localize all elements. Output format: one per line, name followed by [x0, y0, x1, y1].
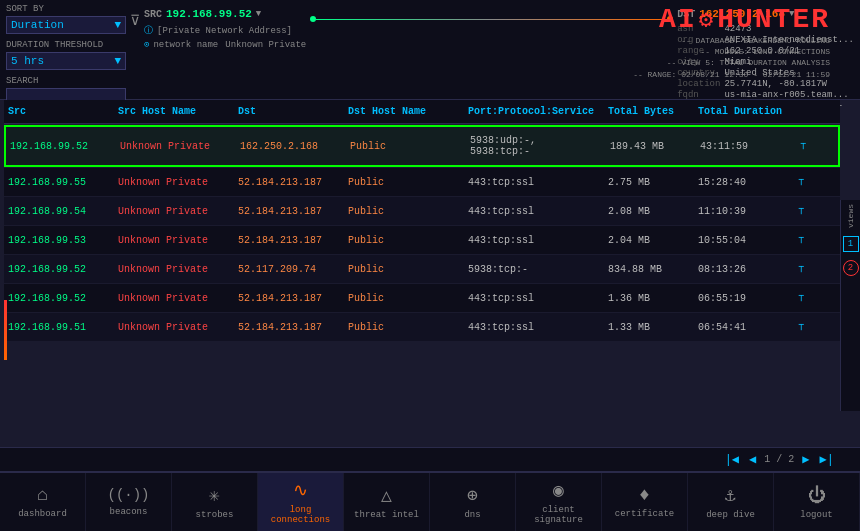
logo-text-1: AI	[659, 4, 697, 35]
nav-client-signature-label: client signature	[518, 505, 599, 525]
table-row[interactable]: 192.168.99.52 Unknown Private 52.117.209…	[4, 255, 840, 284]
bytes-cell: 2.08 MB	[604, 204, 694, 219]
nav-long-connections-label: long connections	[260, 505, 341, 525]
port-cell: 443:tcp:ssl	[464, 204, 604, 219]
row-action[interactable]: ⊤	[794, 174, 814, 190]
src-network-key: network name	[153, 40, 218, 50]
dst-host-cell: Public	[346, 139, 466, 154]
src-ip: 192.168.99.52	[166, 8, 252, 20]
client-signature-icon: ◉	[553, 479, 564, 501]
row-action[interactable]: ⊤	[794, 290, 814, 306]
bytes-cell: 189.43 MB	[606, 139, 696, 154]
long-connections-icon: ∿	[293, 479, 308, 501]
nav-dashboard[interactable]: ⌂ dashboard	[0, 473, 86, 531]
next-page-btn[interactable]: ▶	[800, 452, 811, 467]
port-cell: 5938:tcp:-	[464, 262, 604, 277]
threshold-arrow: ▼	[114, 55, 121, 67]
threat-intel-icon: △	[381, 484, 392, 506]
right-sidebar: views 1 2	[840, 200, 860, 411]
port-cell: 443:tcp:ssl	[464, 175, 604, 190]
view-1[interactable]: 1	[843, 236, 859, 252]
duration-cell: 15:28:40	[694, 175, 794, 190]
src-block: SRC 192.168.99.52 ▼ ⓘ [Private Network A…	[144, 8, 306, 52]
db-info-3: -- VIEW 5: TOTAL DURATION ANALYSIS	[633, 57, 830, 68]
dst-cell: 52.184.213.187	[234, 233, 344, 248]
certificate-icon: ♦	[639, 485, 650, 505]
col-duration: Total Duration	[694, 104, 794, 119]
indicator-bar	[4, 300, 7, 360]
duration-cell: 43:11:59	[696, 139, 796, 154]
src-host-cell: Unknown Private	[114, 175, 234, 190]
db-info-1: -- DATABASE: BEAKERDEMO-ROLLING	[633, 35, 830, 46]
src-cell: 192.168.99.53	[4, 233, 114, 248]
threshold-label: DURATION THRESHOLD	[6, 40, 126, 50]
strobes-icon: ✳	[209, 484, 220, 506]
duration-cell: 06:55:19	[694, 291, 794, 306]
nav-dns[interactable]: ⊕ dns	[430, 473, 516, 531]
dst-host-cell: Public	[344, 175, 464, 190]
bytes-cell: 834.88 MB	[604, 262, 694, 277]
col-src: Src	[4, 104, 114, 119]
filter-icon[interactable]: ⊽	[130, 12, 140, 29]
table-row[interactable]: 192.168.99.51 Unknown Private 52.184.213…	[4, 313, 840, 342]
nav-long-connections[interactable]: ∿ long connections	[258, 473, 344, 531]
sort-arrow: ▼	[114, 19, 121, 31]
prev-page-btn[interactable]: ◀	[747, 452, 758, 467]
src-dropdown[interactable]: ▼	[256, 9, 261, 19]
duration-cell: 08:13:26	[694, 262, 794, 277]
row-action[interactable]: ⊤	[794, 232, 814, 248]
table-row[interactable]: 192.168.99.54 Unknown Private 52.184.213…	[4, 197, 840, 226]
bytes-cell: 2.75 MB	[604, 175, 694, 190]
table-body: 192.168.99.52 Unknown Private 162.250.2.…	[4, 125, 840, 342]
row-action[interactable]: ⊤	[794, 319, 814, 335]
dns-icon: ⊕	[467, 484, 478, 506]
threshold-val: 5 hrs	[11, 55, 44, 67]
row-action[interactable]: ⊤	[794, 203, 814, 219]
src-private-label: [Private Network Address]	[157, 26, 292, 36]
nav-beacons[interactable]: ((·)) beacons	[86, 473, 172, 531]
col-dst-host: Dst Host Name	[344, 104, 464, 119]
dst-cell: 162.250.2.168	[236, 139, 346, 154]
logo-area: AI ⚙ HUNTER -- DATABASE: BEAKERDEMO-ROLL…	[633, 4, 830, 80]
table-header: Src Src Host Name Dst Dst Host Name Port…	[4, 100, 840, 124]
table-row[interactable]: 192.168.99.53 Unknown Private 52.184.213…	[4, 226, 840, 255]
nav-strobes[interactable]: ✳ strobes	[172, 473, 258, 531]
search-label: SEARCH	[6, 76, 126, 86]
first-page-btn[interactable]: |◀	[723, 452, 741, 467]
table-row[interactable]: 192.168.99.52 Unknown Private 162.250.2.…	[4, 125, 840, 167]
gear-icon: ⚙	[699, 5, 715, 34]
nav-strobes-label: strobes	[196, 510, 234, 520]
row-action[interactable]: ⊤	[796, 138, 816, 154]
connector	[310, 8, 673, 22]
nav-threat-intel[interactable]: △ threat intel	[344, 473, 430, 531]
db-info-2: -- MODULE: LONG CONNECTIONS	[633, 46, 830, 57]
connection-line	[316, 19, 667, 20]
threshold-value[interactable]: 5 hrs ▼	[6, 52, 126, 70]
dst-host-cell: Public	[344, 233, 464, 248]
sort-dropdown[interactable]: Duration ▼	[6, 16, 126, 34]
nav-client-signature[interactable]: ◉ client signature	[516, 473, 602, 531]
table-row[interactable]: 192.168.99.55 Unknown Private 52.184.213…	[4, 168, 840, 197]
src-cell: 192.168.99.52	[4, 291, 114, 306]
col-dst: Dst	[234, 104, 344, 119]
row-action[interactable]: ⊤	[794, 261, 814, 277]
src-host-cell: Unknown Private	[114, 291, 234, 306]
nav-logout[interactable]: ⏻ logout	[774, 473, 860, 531]
table-row[interactable]: 192.168.99.52 Unknown Private 52.184.213…	[4, 284, 840, 313]
nav-deep-dive[interactable]: ⚓ deep dive	[688, 473, 774, 531]
nav-beacons-label: beacons	[110, 507, 148, 517]
dst-cell: 52.117.209.74	[234, 262, 344, 277]
nav-certificate[interactable]: ♦ certificate	[602, 473, 688, 531]
sort-by-label: SORT BY	[6, 4, 126, 14]
dst-host-cell: Public	[344, 291, 464, 306]
nav-certificate-label: certificate	[615, 509, 674, 519]
fqdn-key: fqdn	[677, 90, 720, 100]
col-action	[794, 104, 814, 119]
nav-logout-label: logout	[800, 510, 832, 520]
port-cell: 443:tcp:ssl	[464, 233, 604, 248]
last-page-btn[interactable]: ▶|	[818, 452, 836, 467]
view-2[interactable]: 2	[843, 260, 859, 276]
src-host-cell: Unknown Private	[114, 262, 234, 277]
beacons-icon: ((·))	[107, 487, 149, 503]
sort-value: Duration	[11, 19, 64, 31]
